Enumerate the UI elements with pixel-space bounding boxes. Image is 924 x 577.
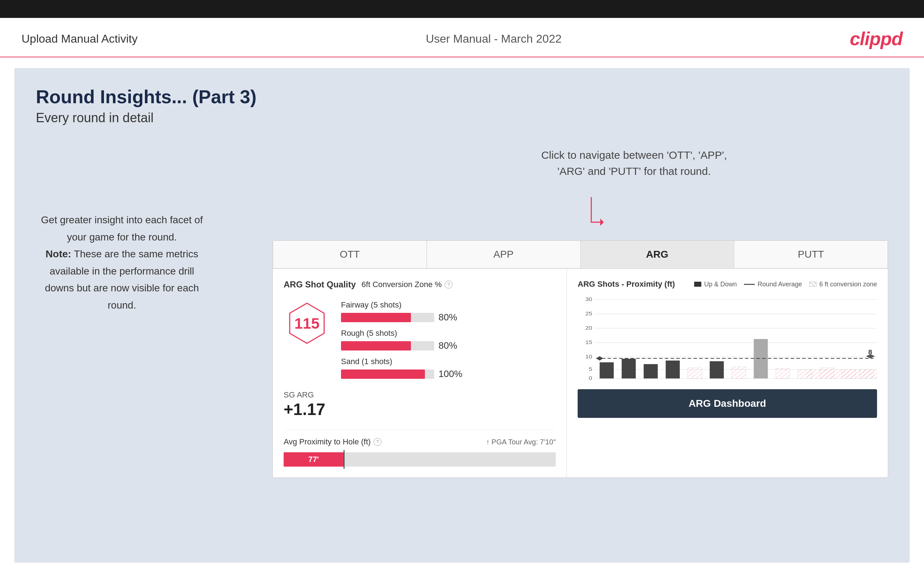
insight-note: Note: — [45, 248, 71, 259]
proximity-title: Avg Proximity to Hole (ft) ? — [284, 437, 381, 446]
insight-text: Get greater insight into each facet of y… — [36, 211, 208, 314]
legend-conversion-zone: 6 ft conversion zone — [809, 280, 877, 288]
proximity-help-icon[interactable]: ? — [374, 438, 381, 446]
tab-putt[interactable]: PUTT — [734, 240, 888, 268]
svg-text:30: 30 — [585, 297, 592, 302]
legend-hatch-icon — [809, 282, 816, 287]
shot-row-rough: Rough (5 shots) 80% — [341, 329, 556, 351]
svg-text:5: 5 — [589, 366, 592, 372]
page-subtitle: Every round in detail — [36, 110, 888, 126]
panel-left-header: ARG Shot Quality 6ft Conversion Zone % ? — [284, 280, 556, 290]
proximity-bar-fill: 77' — [284, 452, 344, 467]
proximity-value: 77' — [309, 455, 319, 464]
left-section: Get greater insight into each facet of y… — [36, 147, 251, 478]
arg-dashboard-button[interactable]: ARG Dashboard — [578, 389, 877, 418]
shot-pct-fairway: 80% — [438, 312, 460, 323]
shot-label-sand: Sand (1 shots) — [341, 357, 556, 366]
svg-rect-23 — [709, 361, 724, 379]
svg-rect-27 — [798, 369, 812, 379]
svg-text:10: 10 — [585, 354, 592, 359]
panel-body: ARG Shot Quality 6ft Conversion Zone % ? — [273, 269, 888, 477]
legend-box-icon — [694, 282, 701, 287]
svg-rect-30 — [859, 369, 874, 379]
svg-rect-22 — [688, 368, 702, 379]
right-section: Click to navigate between 'OTT', 'APP','… — [273, 147, 888, 478]
header: Upload Manual Activity User Manual - Mar… — [0, 18, 924, 57]
svg-text:8: 8 — [868, 349, 872, 356]
nav-arrow-icon — [588, 193, 609, 237]
footer: Copyright Clippd 2021 — [0, 574, 924, 577]
panel-right-header: ARG Shots - Proximity (ft) Up & Down Rou… — [578, 280, 877, 289]
chart-svg: 30 25 20 15 10 5 0 — [578, 296, 877, 382]
tab-arg[interactable]: ARG — [580, 240, 734, 268]
shot-bar-fill-rough — [341, 341, 411, 350]
shot-bar-track-sand — [341, 369, 434, 379]
proximity-header: Avg Proximity to Hole (ft) ? ↑ PGA Tour … — [284, 437, 556, 446]
shot-label-rough: Rough (5 shots) — [341, 329, 556, 338]
legend-up-down-label: Up & Down — [704, 280, 737, 288]
shot-quality: Fairway (5 shots) 80% — [341, 300, 556, 380]
svg-text:25: 25 — [585, 311, 592, 316]
page-title: Round Insights... (Part 3) — [36, 86, 888, 108]
shot-bar-track-fairway — [341, 313, 434, 322]
conversion-zone-label: 6ft Conversion Zone % ? — [362, 280, 452, 289]
svg-rect-29 — [842, 369, 856, 379]
proximity-pga: ↑ PGA Tour Avg: 7'10" — [486, 438, 556, 446]
svg-marker-0 — [600, 219, 604, 226]
svg-rect-21 — [666, 361, 680, 379]
hex-number: 115 — [294, 315, 320, 332]
sg-value: +1.17 — [284, 400, 556, 419]
header-center-label: User Manual - March 2022 — [426, 32, 562, 45]
panel-left: ARG Shot Quality 6ft Conversion Zone % ? — [273, 269, 567, 477]
shot-bar-sand: 100% — [341, 368, 556, 380]
main-content: Round Insights... (Part 3) Every round i… — [15, 68, 909, 562]
legend-round-avg: Round Average — [744, 280, 802, 288]
sg-label: SG ARG — [284, 390, 556, 400]
shot-bar-fill-fairway — [341, 313, 411, 322]
shot-label-fairway: Fairway (5 shots) — [341, 300, 556, 309]
hex-section: 115 Fairway (5 shots) — [284, 300, 556, 380]
svg-rect-19 — [622, 359, 636, 379]
svg-text:0: 0 — [589, 375, 592, 380]
help-icon[interactable]: ? — [444, 280, 452, 288]
shot-pct-rough: 80% — [438, 340, 460, 351]
dashboard-panel: OTT APP ARG PUTT ARG Shot Quality 6ft Co… — [273, 240, 888, 478]
nav-hint: Click to navigate between 'OTT', 'APP','… — [541, 147, 727, 179]
chart-title: ARG Shots - Proximity (ft) — [578, 280, 675, 289]
proximity-cursor — [344, 450, 344, 469]
clippd-logo: clippd — [850, 28, 903, 50]
svg-rect-20 — [644, 364, 657, 379]
tab-ott[interactable]: OTT — [273, 240, 427, 268]
shot-row-fairway: Fairway (5 shots) 80% — [341, 300, 556, 323]
chart-legend: Up & Down Round Average 6 ft conversion … — [694, 280, 877, 288]
proximity-bar-track: 77' — [284, 452, 556, 467]
svg-rect-25 — [754, 339, 768, 379]
shot-bar-track-rough — [341, 341, 434, 350]
legend-dash-icon — [744, 284, 755, 285]
chart-area: 30 25 20 15 10 5 0 — [578, 296, 877, 382]
insight-text-main: Get greater insight into each facet of y… — [41, 214, 203, 243]
top-bar — [0, 0, 924, 18]
panel-right: ARG Shots - Proximity (ft) Up & Down Rou… — [567, 269, 888, 477]
upload-label: Upload Manual Activity — [21, 32, 138, 45]
shot-row-sand: Sand (1 shots) 100% — [341, 357, 556, 380]
legend-up-down: Up & Down — [694, 280, 737, 288]
svg-text:15: 15 — [585, 339, 592, 345]
svg-rect-26 — [776, 368, 790, 379]
svg-rect-24 — [732, 367, 746, 379]
svg-rect-28 — [820, 368, 834, 379]
shot-bar-fairway: 80% — [341, 312, 556, 323]
sg-section: SG ARG +1.17 — [284, 390, 556, 419]
svg-text:20: 20 — [585, 325, 592, 330]
svg-rect-18 — [599, 362, 614, 379]
legend-round-avg-label: Round Average — [758, 280, 802, 288]
content-layout: Get greater insight into each facet of y… — [36, 147, 888, 478]
tabs-container: OTT APP ARG PUTT — [273, 240, 888, 269]
shot-bar-fill-sand — [341, 369, 425, 379]
tab-app[interactable]: APP — [427, 240, 580, 268]
shot-bar-rough: 80% — [341, 340, 556, 351]
arg-shot-quality-label: ARG Shot Quality — [284, 280, 356, 290]
proximity-section: Avg Proximity to Hole (ft) ? ↑ PGA Tour … — [284, 430, 556, 467]
shot-pct-sand: 100% — [438, 368, 462, 380]
hex-badge: 115 — [284, 300, 330, 347]
